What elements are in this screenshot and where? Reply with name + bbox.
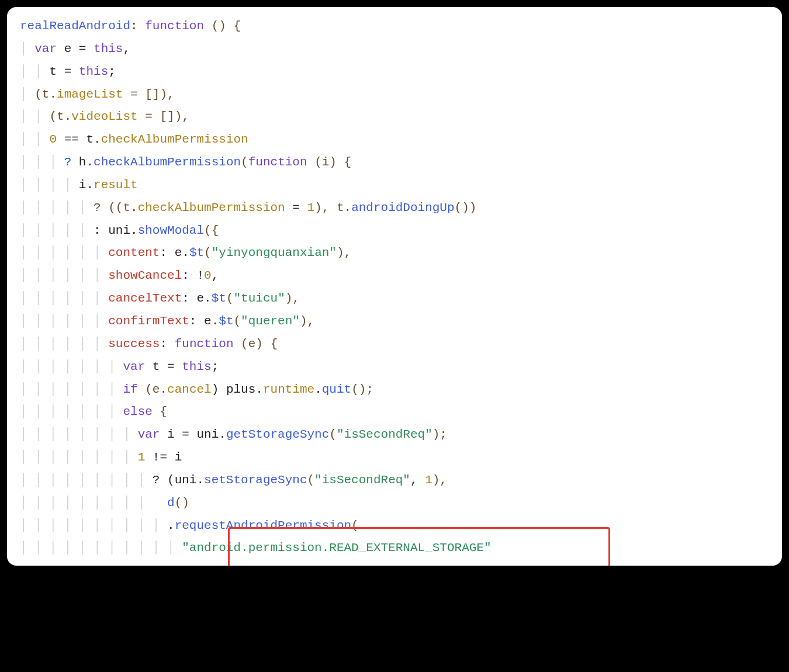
- tok: setStorageSync: [204, 473, 307, 487]
- tok: 1: [138, 451, 146, 464]
- tok: if: [123, 383, 137, 396]
- tok: e =: [57, 42, 94, 56]
- tok: checkAlbumPermission: [138, 201, 285, 214]
- tok: success: [108, 337, 160, 351]
- tok: cancelText: [108, 292, 182, 305]
- tok: checkAlbumPermission: [101, 133, 248, 146]
- tok: (i): [307, 155, 344, 169]
- tok: ({: [204, 224, 219, 237]
- tok: .: [314, 383, 322, 396]
- tok: function: [145, 19, 204, 33]
- tok: (: [241, 155, 248, 169]
- tok: this: [79, 65, 108, 78]
- tok: imageList: [57, 88, 123, 101]
- tok: {: [271, 337, 278, 351]
- tok: function: [175, 337, 234, 351]
- tok: : uni.: [94, 224, 138, 237]
- tok: getStorageSync: [226, 428, 329, 441]
- tok: t =: [145, 360, 182, 373]
- tok: 1: [307, 201, 315, 214]
- tok: $t: [219, 314, 233, 328]
- tok: t =: [49, 65, 78, 78]
- tok: var: [123, 360, 145, 373]
- tok: checkAlbumPermission: [94, 155, 241, 169]
- tok: "queren": [241, 314, 300, 328]
- tok: "isSecondReq": [314, 473, 410, 487]
- tok: this: [94, 42, 123, 56]
- tok: :: [130, 19, 145, 33]
- tok: = []),: [138, 110, 189, 123]
- tok: 1: [425, 473, 432, 487]
- tok: (t.: [49, 110, 71, 123]
- tok: ,: [410, 473, 425, 487]
- tok: ?: [64, 155, 79, 169]
- tok: else: [123, 405, 152, 418]
- tok: "isSecondReq": [337, 428, 432, 441]
- tok: i.: [79, 178, 94, 192]
- tok: =: [285, 201, 307, 214]
- tok: : !: [182, 269, 204, 282]
- tok: (e): [234, 337, 271, 351]
- tok: quit: [322, 383, 351, 396]
- tok: showModal: [138, 224, 204, 237]
- tok: ) plus.: [212, 383, 263, 396]
- tok: showCancel: [108, 269, 182, 282]
- tok: (t.: [34, 88, 57, 101]
- tok: : e.: [189, 314, 219, 328]
- tok: realReadAndroid: [20, 19, 130, 33]
- tok: (): [204, 19, 233, 33]
- code-frame: realReadAndroid: function () { │ var e =…: [7, 7, 782, 566]
- tok: videoList: [71, 110, 137, 123]
- tok: var: [138, 428, 160, 441]
- tok: (e.: [138, 383, 167, 396]
- tok: "yinyongquanxian": [212, 246, 337, 259]
- tok: {: [153, 405, 167, 418]
- tok: var: [34, 42, 57, 56]
- tok: 0: [49, 133, 57, 146]
- tok: ), t.: [314, 201, 351, 214]
- tok: androidDoingUp: [351, 201, 454, 214]
- tok: $t: [189, 246, 204, 259]
- tok: == t.: [57, 133, 101, 146]
- tok: d: [167, 496, 175, 510]
- tok: cancel: [167, 383, 212, 396]
- tok: .: [167, 519, 175, 532]
- tok: "tuicu": [234, 292, 285, 305]
- tok: this: [182, 360, 211, 373]
- tok: : e.: [182, 292, 211, 305]
- tok: function: [248, 155, 307, 169]
- tok: runtime: [263, 383, 314, 396]
- tok: 0: [204, 269, 212, 282]
- tok: = []),: [123, 88, 174, 101]
- tok: ()): [455, 201, 477, 214]
- tok: confirmText: [108, 314, 189, 328]
- code-block: realReadAndroid: function () { │ var e =…: [20, 15, 771, 560]
- tok: != i: [145, 451, 182, 464]
- tok: content: [108, 246, 160, 259]
- tok: "android.permission.READ_EXTERNAL_STORAG…: [182, 541, 491, 555]
- tok: ? (uni.: [153, 473, 204, 487]
- tok: {: [344, 155, 352, 169]
- tok: result: [94, 178, 138, 192]
- tok: : e.: [160, 246, 189, 259]
- tok: ,: [123, 42, 130, 56]
- tok: $t: [212, 292, 226, 305]
- tok: {: [234, 19, 241, 33]
- tok: requestAndroidPermission: [175, 519, 351, 532]
- tok: ();: [351, 383, 373, 396]
- tok: );: [432, 428, 447, 441]
- tok: ),: [432, 473, 447, 487]
- tok: ;: [212, 360, 219, 373]
- tok: h.: [79, 155, 94, 169]
- tok: ? ((t.: [94, 201, 138, 214]
- tok: i = uni.: [160, 428, 226, 441]
- tok: (: [351, 519, 359, 532]
- tok: (): [175, 496, 189, 510]
- tok: ;: [108, 65, 116, 78]
